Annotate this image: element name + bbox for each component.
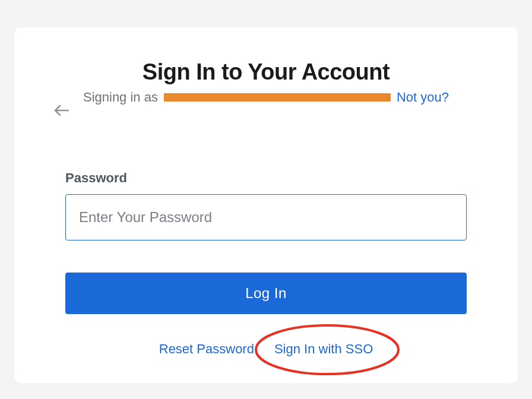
login-button[interactable]: Log In <box>65 273 467 314</box>
redacted-email <box>164 93 391 102</box>
signin-card: Sign In to Your Account Signing in as No… <box>14 27 518 384</box>
sign-in-with-sso-link[interactable]: Sign In with SSO <box>274 341 373 356</box>
sso-link-wrap: Sign In with SSO <box>274 341 373 357</box>
secondary-links: Reset Password Sign In with SSO <box>65 341 467 357</box>
password-input[interactable] <box>65 194 467 240</box>
back-button[interactable] <box>51 101 72 122</box>
signing-in-as-line: Signing in as Not you? <box>14 90 518 105</box>
not-you-link[interactable]: Not you? <box>397 90 449 105</box>
signing-in-as-label: Signing in as <box>83 90 158 105</box>
arrow-left-icon <box>53 103 71 120</box>
page-title: Sign In to Your Account <box>14 59 518 85</box>
reset-password-link[interactable]: Reset Password <box>159 341 254 357</box>
password-label: Password <box>65 170 467 186</box>
password-form: Password Log In Reset Password Sign In w… <box>65 170 467 357</box>
